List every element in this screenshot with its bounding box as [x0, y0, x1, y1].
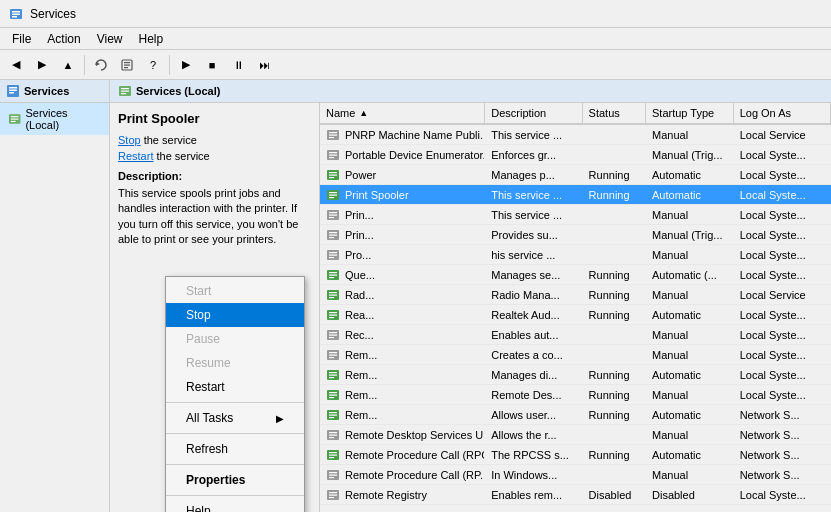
cell-status [583, 465, 646, 484]
restart-service-line: Restart the service [118, 150, 311, 162]
menu-file[interactable]: File [4, 30, 39, 48]
context-menu-item-resume: Resume [166, 351, 304, 375]
stop-button[interactable]: ■ [200, 53, 224, 77]
cell-status [583, 125, 646, 144]
svg-rect-91 [329, 474, 337, 475]
svg-rect-15 [11, 119, 19, 120]
service-icon [326, 168, 340, 182]
context-menu-item-alltasks[interactable]: All Tasks▶ [166, 406, 304, 430]
svg-rect-40 [329, 217, 334, 218]
up-button[interactable]: ▲ [56, 53, 80, 77]
col-header-name[interactable]: Name ▲ [320, 103, 485, 123]
svg-rect-6 [124, 62, 130, 63]
stop-service-link[interactable]: Stop [118, 134, 141, 146]
svg-rect-2 [12, 13, 20, 15]
context-menu-item-properties[interactable]: Properties [166, 468, 304, 492]
properties-button[interactable] [115, 53, 139, 77]
svg-rect-55 [329, 294, 337, 295]
table-row[interactable]: PNRP Machine Name Publi... This service … [320, 125, 831, 145]
start-button[interactable]: ▶ [174, 53, 198, 77]
table-row[interactable]: Remote Registry Enables rem... Disabled … [320, 485, 831, 505]
menu-action[interactable]: Action [39, 30, 88, 48]
cell-desc: In Windows... [485, 465, 582, 484]
cell-name: Rem... [320, 345, 485, 364]
cell-logon: Local Syste... [734, 165, 831, 184]
col-header-startup[interactable]: Startup Type [646, 103, 734, 123]
stop-service-suffix: the service [141, 134, 197, 146]
context-menu-separator [166, 495, 304, 496]
context-menu: StartStopPauseResumeRestartAll Tasks▶Ref… [165, 276, 305, 512]
table-row[interactable]: Pro... his service ... Manual Local Syst… [320, 245, 831, 265]
restart-service-link[interactable]: Restart [118, 150, 153, 162]
cell-desc: Allows the r... [485, 425, 582, 444]
cell-logon: Local Syste... [734, 265, 831, 284]
menu-view[interactable]: View [89, 30, 131, 48]
table-row[interactable]: Rem... Manages di... Running Automatic L… [320, 365, 831, 385]
table-row[interactable]: Print Spooler This service ... Running A… [320, 185, 831, 205]
cell-name: Rem... [320, 365, 485, 384]
context-menu-item-stop[interactable]: Stop [166, 303, 304, 327]
svg-rect-39 [329, 214, 337, 215]
svg-rect-23 [329, 134, 337, 135]
cell-desc: his service ... [485, 245, 582, 264]
table-row[interactable]: Prin... Provides su... Manual (Trig... L… [320, 225, 831, 245]
cell-status: Running [583, 385, 646, 404]
table-row[interactable]: Rem... Allows user... Running Automatic … [320, 405, 831, 425]
svg-rect-63 [329, 334, 337, 335]
cell-name: Remote Desktop Services U... [320, 425, 485, 444]
cell-logon: Local Syste... [734, 305, 831, 324]
table-row[interactable]: Rea... Realtek Aud... Running Automatic … [320, 305, 831, 325]
table-row[interactable]: Remote Desktop Services U... Allows the … [320, 425, 831, 445]
table-row[interactable]: Power Manages p... Running Automatic Loc… [320, 165, 831, 185]
help-button[interactable]: ? [141, 53, 165, 77]
context-menu-item-restart[interactable]: Restart [166, 375, 304, 399]
col-header-logon[interactable]: Log On As [734, 103, 831, 123]
service-icon [326, 288, 340, 302]
table-row[interactable]: Rec... Enables aut... Manual Local Syste… [320, 325, 831, 345]
svg-rect-94 [329, 492, 337, 493]
cell-startup: Manual (Trig... [646, 225, 734, 244]
resume-button[interactable]: ⏭ [252, 53, 276, 77]
context-menu-item-refresh[interactable]: Refresh [166, 437, 304, 461]
left-panel-title: Services [24, 85, 69, 97]
cell-status [583, 245, 646, 264]
context-menu-item-help[interactable]: Help [166, 499, 304, 512]
service-icon [326, 348, 340, 362]
cell-status: Running [583, 185, 646, 204]
description-label: Description: [118, 170, 311, 182]
table-row[interactable]: Que... Manages se... Running Automatic (… [320, 265, 831, 285]
cell-startup: Manual [646, 125, 734, 144]
svg-rect-1 [12, 11, 20, 13]
toolbar: ◀ ▶ ▲ ? ▶ ■ ⏸ ⏭ [0, 50, 831, 80]
table-row[interactable]: Rem... Remote Des... Running Manual Loca… [320, 385, 831, 405]
svg-rect-60 [329, 317, 334, 318]
table-row[interactable]: Rad... Radio Mana... Running Manual Loca… [320, 285, 831, 305]
table-row[interactable]: Remote Procedure Call (RPC) The RPCSS s.… [320, 445, 831, 465]
col-header-description[interactable]: Description [485, 103, 582, 123]
svg-rect-52 [329, 277, 334, 278]
table-row[interactable]: Portable Device Enumerator... Enforces g… [320, 145, 831, 165]
forward-button[interactable]: ▶ [30, 53, 54, 77]
svg-rect-34 [329, 192, 337, 193]
pause-button[interactable]: ⏸ [226, 53, 250, 77]
back-button[interactable]: ◀ [4, 53, 28, 77]
main-container: Services Services (Local) Services (Loca… [0, 80, 831, 512]
table-row[interactable]: Rem... Creates a co... Manual Local Syst… [320, 345, 831, 365]
cell-startup: Manual [646, 205, 734, 224]
svg-rect-78 [329, 412, 337, 413]
table-row[interactable]: Remote Procedure Call (RP... In Windows.… [320, 465, 831, 485]
svg-rect-90 [329, 472, 337, 473]
cell-logon: Local Syste... [734, 345, 831, 364]
refresh-button[interactable] [89, 53, 113, 77]
cell-desc: This service ... [485, 185, 582, 204]
context-menu-separator [166, 402, 304, 403]
table-row[interactable]: Prin... This service ... Manual Local Sy… [320, 205, 831, 225]
cell-logon: Local Service [734, 285, 831, 304]
sidebar-item-services-local[interactable]: Services (Local) [0, 103, 109, 135]
cell-startup: Automatic (... [646, 265, 734, 284]
menu-help[interactable]: Help [131, 30, 172, 48]
app-icon [8, 6, 24, 22]
service-icon [326, 188, 340, 202]
cell-startup: Manual [646, 345, 734, 364]
col-header-status[interactable]: Status [583, 103, 646, 123]
